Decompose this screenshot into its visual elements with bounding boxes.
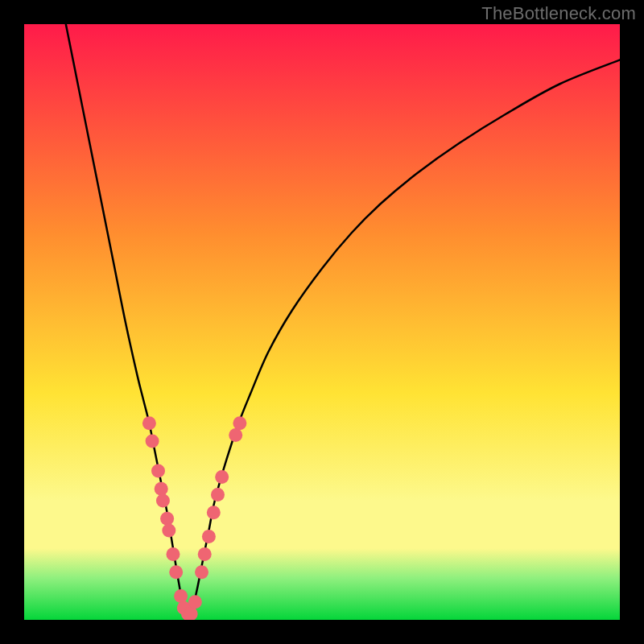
data-point — [142, 416, 156, 430]
data-point — [198, 547, 212, 561]
data-point — [160, 512, 174, 526]
data-point — [233, 416, 246, 430]
chart-frame: TheBottleneck.com — [0, 0, 644, 644]
data-point — [174, 589, 188, 603]
plot-area — [24, 24, 620, 620]
data-point — [162, 524, 175, 538]
data-point — [167, 547, 180, 561]
data-point — [151, 464, 165, 478]
data-point — [156, 494, 170, 508]
watermark-text: TheBottleneck.com — [481, 3, 636, 24]
data-point — [146, 435, 159, 448]
data-point — [229, 428, 242, 442]
bottleneck-chart-svg — [24, 24, 620, 620]
data-point — [211, 488, 225, 502]
data-point — [169, 565, 183, 579]
data-point — [215, 470, 229, 484]
gradient-background — [24, 24, 620, 620]
data-point — [202, 530, 216, 543]
data-point — [195, 565, 208, 579]
data-point — [155, 482, 168, 496]
data-point — [207, 506, 221, 519]
data-point — [188, 595, 202, 609]
